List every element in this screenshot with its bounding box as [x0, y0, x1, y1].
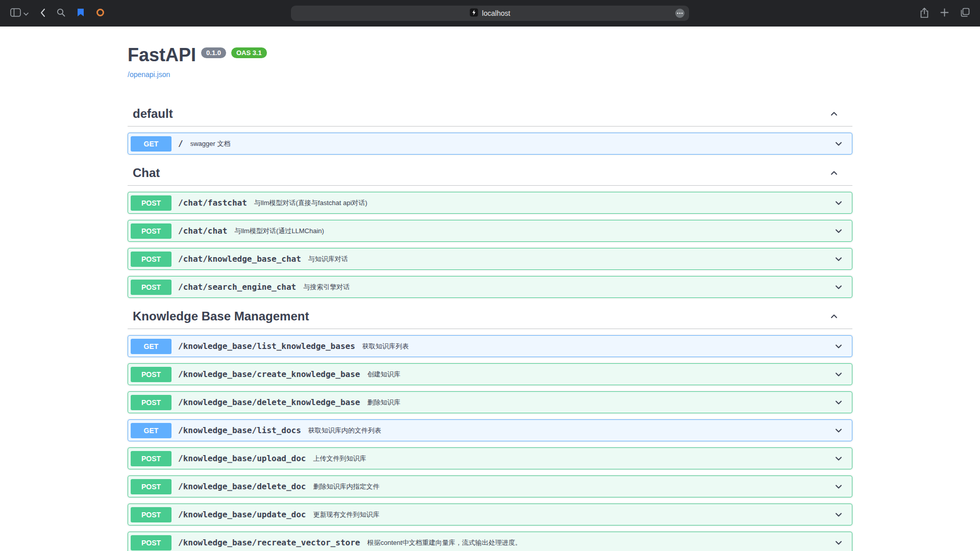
method-badge: POST	[131, 535, 172, 550]
section-operations: GET/knowledge_base/list_knowledge_bases获…	[128, 329, 852, 551]
operation-path: /knowledge_base/delete_doc	[178, 482, 306, 491]
section-header-chat[interactable]: Chat	[128, 161, 852, 186]
chevron-down-icon	[834, 454, 844, 464]
operation-description: 与llm模型对话(直接与fastchat api对话)	[254, 198, 368, 208]
sidebar-toggle-button[interactable]	[10, 8, 29, 18]
operation-row[interactable]: GET/knowledge_base/list_knowledge_bases获…	[128, 335, 852, 357]
chevron-down-icon	[834, 226, 844, 236]
share-icon	[920, 7, 929, 20]
swagger-page: FastAPI 0.1.0 OAS 3.1 /openapi.json defa…	[117, 27, 863, 551]
operation-path: /chat/knowledge_base_chat	[178, 254, 301, 264]
method-badge: POST	[131, 195, 172, 211]
browser-toolbar: localhost	[0, 0, 980, 27]
section-operations: GET/swagger 文档	[128, 127, 852, 155]
toolbar-left-group	[10, 8, 105, 19]
chevron-down-icon	[834, 482, 844, 492]
method-badge: POST	[131, 507, 172, 522]
operation-path: /knowledge_base/upload_doc	[178, 454, 306, 463]
section-header-knowledge-base-management[interactable]: Knowledge Base Management	[128, 304, 852, 329]
operation-row[interactable]: GET/swagger 文档	[128, 133, 852, 155]
operation-row[interactable]: POST/chat/knowledge_base_chat与知识库对话	[128, 248, 852, 270]
operation-description: 与llm模型对话(通过LLMChain)	[234, 227, 324, 236]
method-badge: GET	[131, 339, 172, 354]
section-title: default	[133, 106, 829, 122]
address-bar[interactable]: localhost	[291, 6, 689, 21]
operation-description: swagger 文档	[190, 139, 231, 148]
chevron-down-icon	[834, 139, 844, 149]
operation-path: /chat/chat	[178, 226, 227, 236]
operation-row[interactable]: POST/knowledge_base/update_doc更新现有文件到知识库	[128, 504, 852, 525]
new-tab-button[interactable]	[940, 8, 949, 18]
section-header-default[interactable]: default	[128, 102, 852, 127]
extension-button-1[interactable]	[77, 8, 85, 18]
operation-path: /knowledge_base/create_knowledge_base	[178, 369, 360, 379]
extensions-ellipsis-icon	[675, 8, 685, 20]
chevron-up-icon	[829, 311, 839, 321]
method-badge: POST	[131, 395, 172, 410]
operation-path: /knowledge_base/delete_knowledge_base	[178, 397, 360, 407]
tab-overview-button[interactable]	[960, 8, 970, 19]
operation-path: /knowledge_base/recreate_vector_store	[178, 538, 360, 547]
api-section-default: defaultGET/swagger 文档	[128, 102, 852, 155]
chevron-down-icon	[834, 282, 844, 292]
operation-description: 删除知识库	[367, 398, 400, 407]
extension-icon-blue	[77, 8, 85, 18]
search-button[interactable]	[57, 8, 65, 18]
operation-path: /knowledge_base/update_doc	[178, 510, 306, 519]
back-button[interactable]	[40, 8, 45, 19]
chevron-down-icon	[834, 510, 844, 520]
operation-row[interactable]: POST/chat/fastchat与llm模型对话(直接与fastchat a…	[128, 192, 852, 214]
operation-row[interactable]: POST/knowledge_base/recreate_vector_stor…	[128, 532, 852, 551]
operation-description: 更新现有文件到知识库	[313, 510, 379, 519]
method-badge: GET	[131, 136, 172, 152]
operation-row[interactable]: POST/chat/search_engine_chat与搜索引擎对话	[128, 276, 852, 298]
chevron-down-icon	[834, 397, 844, 408]
extensions-ellipsis-button[interactable]	[675, 8, 685, 20]
operation-path: /	[178, 139, 183, 148]
openapi-spec-link[interactable]: /openapi.json	[128, 70, 170, 79]
operation-description: 创建知识库	[367, 370, 400, 379]
operation-description: 上传文件到知识库	[313, 454, 366, 463]
operation-description: 删除知识库内指定文件	[313, 482, 379, 491]
method-badge: GET	[131, 423, 172, 438]
chevron-down-icon	[834, 198, 844, 208]
chevron-down-icon	[23, 10, 29, 17]
toolbar-right-group	[920, 7, 970, 20]
api-sections: defaultGET/swagger 文档ChatPOST/chat/fastc…	[128, 102, 852, 551]
browser-window: localhost	[0, 0, 980, 551]
page-title: FastAPI	[128, 44, 196, 66]
chevron-up-icon	[829, 168, 839, 178]
chevron-up-icon	[829, 109, 839, 119]
chevron-down-icon	[834, 538, 844, 548]
chevron-down-icon	[834, 254, 844, 264]
operation-row[interactable]: POST/knowledge_base/delete_knowledge_bas…	[128, 391, 852, 413]
operation-description: 根据content中文档重建向量库，流式输出处理进度。	[367, 538, 522, 547]
api-section-knowledge-base-management: Knowledge Base ManagementGET/knowledge_b…	[128, 304, 852, 551]
section-operations: POST/chat/fastchat与llm模型对话(直接与fastchat a…	[128, 186, 852, 298]
share-button[interactable]	[920, 7, 929, 20]
operation-path: /chat/search_engine_chat	[178, 282, 296, 292]
extension-button-2[interactable]	[96, 8, 105, 18]
operation-row[interactable]: POST/chat/chat与llm模型对话(通过LLMChain)	[128, 220, 852, 242]
operation-description: 获取知识库内的文件列表	[308, 426, 381, 435]
chevron-down-icon	[834, 425, 844, 436]
operation-row[interactable]: POST/knowledge_base/delete_doc删除知识库内指定文件	[128, 475, 852, 497]
operation-description: 获取知识库列表	[362, 342, 409, 351]
method-badge: POST	[131, 479, 172, 494]
operation-path: /knowledge_base/list_knowledge_bases	[178, 341, 355, 351]
method-badge: POST	[131, 223, 172, 239]
operation-row[interactable]: POST/knowledge_base/create_knowledge_bas…	[128, 363, 852, 385]
operation-path: /knowledge_base/list_docs	[178, 425, 301, 435]
operation-row[interactable]: POST/knowledge_base/upload_doc上传文件到知识库	[128, 447, 852, 469]
method-badge: POST	[131, 252, 172, 267]
url-text: localhost	[482, 9, 510, 17]
tab-overview-icon	[960, 8, 970, 19]
search-icon	[57, 8, 65, 18]
api-info-block: FastAPI 0.1.0 OAS 3.1 /openapi.json	[128, 44, 852, 79]
section-title: Knowledge Base Management	[133, 308, 829, 324]
api-section-chat: ChatPOST/chat/fastchat与llm模型对话(直接与fastch…	[128, 161, 852, 298]
site-favicon-bolt-icon	[470, 8, 478, 19]
operation-path: /chat/fastchat	[178, 198, 247, 208]
operation-row[interactable]: GET/knowledge_base/list_docs获取知识库内的文件列表	[128, 419, 852, 441]
back-icon	[40, 8, 45, 19]
